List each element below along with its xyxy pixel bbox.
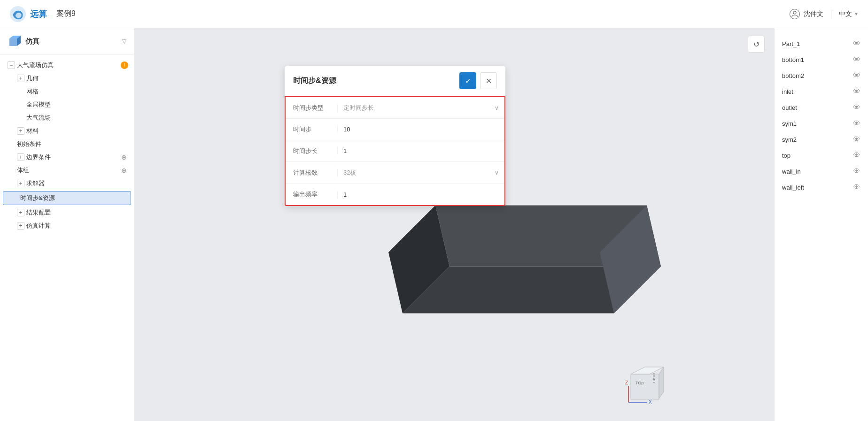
value-output-freq[interactable]: 1 xyxy=(337,191,504,198)
panel-title: 时间步&资源 xyxy=(293,76,336,86)
text-calc-cores: 32核 xyxy=(343,168,356,177)
expand-material[interactable]: + xyxy=(17,127,24,135)
eye-icon-sym1[interactable]: 👁 xyxy=(853,119,860,128)
tree-item-geo[interactable]: + 几何 xyxy=(0,72,134,85)
right-panel-item-top: top 👁 xyxy=(775,147,868,163)
right-label-sym1: sym1 xyxy=(782,120,797,127)
reset-view-button[interactable]: ↺ xyxy=(748,36,765,53)
right-label-part1: Part_1 xyxy=(782,40,800,47)
tree-item-mesh[interactable]: 网格 xyxy=(0,85,134,98)
svg-point-1 xyxy=(793,11,796,14)
confirm-icon: ✓ xyxy=(465,77,471,85)
value-time-step-length[interactable]: 1 xyxy=(337,147,504,154)
label-timestep: 时间步&资源 xyxy=(20,194,125,202)
field-time-step-length: 时间步长 1 xyxy=(286,140,504,162)
expand-atm[interactable]: − xyxy=(8,61,15,69)
logo: 远算 xyxy=(9,6,47,23)
viewport-toolbar: ↺ xyxy=(748,36,765,53)
language-selector[interactable]: 中文 ▼ xyxy=(839,10,859,18)
text-time-step: 10 xyxy=(343,126,350,133)
tree-item-init-cond[interactable]: 初始条件 xyxy=(0,138,134,151)
field-output-freq: 输出频率 1 xyxy=(286,184,504,205)
svg-text:RIGHT: RIGHT xyxy=(652,373,656,384)
svg-marker-8 xyxy=(631,367,664,374)
close-button[interactable]: ✕ xyxy=(480,72,497,89)
value-time-step-type[interactable]: 定时间步长 ∨ xyxy=(337,104,504,112)
right-panel-item-inlet: inlet 👁 xyxy=(775,84,868,100)
logo-text: 远算 xyxy=(30,8,47,20)
sidebar-header-left: 仿真 xyxy=(8,35,39,48)
label-solver: 求解器 xyxy=(26,179,128,188)
label-mesh: 网格 xyxy=(26,87,128,96)
expand-boundary[interactable]: + xyxy=(17,153,24,161)
value-calc-cores[interactable]: 32核 ∨ xyxy=(337,168,504,177)
panel-body: 时间步类型 定时间步长 ∨ 时间步 10 时间步长 xyxy=(285,96,505,206)
right-label-outlet: outlet xyxy=(782,104,797,111)
tree-item-material[interactable]: + 材料 xyxy=(0,124,134,138)
tree-item-atm-flow[interactable]: 大气流场 xyxy=(0,111,134,124)
tree-item-sim-calc[interactable]: + 仿真计算 xyxy=(0,219,134,232)
svg-marker-9 xyxy=(659,367,664,398)
confirm-button[interactable]: ✓ xyxy=(459,72,476,89)
right-panel: Part_1 👁 bottom1 👁 bottom2 👁 inlet 👁 out… xyxy=(774,28,868,421)
right-panel-item-wall-in: wall_in 👁 xyxy=(775,163,868,179)
main-layout: 仿真 ▽ − 大气流场仿真 ! + 几何 网格 全局模型 xyxy=(0,28,868,421)
value-time-step[interactable]: 10 xyxy=(337,126,504,133)
panel-header: 时间步&资源 ✓ ✕ xyxy=(285,66,505,96)
eye-icon-bottom2[interactable]: 👁 xyxy=(853,71,860,80)
tree-item-body-group[interactable]: 体组 ⊕ xyxy=(0,164,134,177)
header-divider xyxy=(831,9,831,19)
label-time-step-length: 时间步长 xyxy=(286,147,337,155)
eye-icon-inlet[interactable]: 👁 xyxy=(853,87,860,96)
right-panel-item-wall-left: wall_left 👁 xyxy=(775,179,868,195)
language-chevron: ▼ xyxy=(854,11,859,16)
right-panel-item-bottom1: bottom1 👁 xyxy=(775,52,868,68)
eye-icon-top[interactable]: 👁 xyxy=(853,151,860,160)
add-body-group-btn[interactable]: ⊕ xyxy=(120,166,128,175)
tree-item-result-config[interactable]: + 结果配置 xyxy=(0,206,134,219)
eye-icon-bottom1[interactable]: 👁 xyxy=(853,55,860,64)
svg-rect-2 xyxy=(9,38,17,46)
logo-icon xyxy=(9,6,26,23)
eye-icon-wall-left[interactable]: 👁 xyxy=(853,183,860,191)
label-time-step-type: 时间步类型 xyxy=(286,104,337,112)
tree-item-timestep[interactable]: 时间步&资源 xyxy=(3,191,131,205)
right-panel-item-sym2: sym2 👁 xyxy=(775,131,868,147)
right-panel-item-bottom2: bottom2 👁 xyxy=(775,68,868,84)
eye-icon-wall-in[interactable]: 👁 xyxy=(853,167,860,176)
sidebar-toggle[interactable]: ▽ xyxy=(122,38,126,45)
expand-sim-calc[interactable]: + xyxy=(17,222,24,230)
label-calc-cores: 计算核数 xyxy=(286,168,337,177)
tree-item-atm[interactable]: − 大气流场仿真 ! xyxy=(0,59,134,72)
eye-icon-part1[interactable]: 👁 xyxy=(853,39,860,48)
field-calc-cores: 计算核数 32核 ∨ xyxy=(286,162,504,184)
svg-text:Z: Z xyxy=(625,380,628,385)
language-label: 中文 xyxy=(839,10,852,18)
expand-solver[interactable]: + xyxy=(17,180,24,187)
reset-icon: ↺ xyxy=(753,40,760,49)
panel-overlay: 时间步&资源 ✓ ✕ 时间步类型 定时间步长 ∨ xyxy=(285,66,505,206)
badge-atm: ! xyxy=(121,61,128,69)
label-result-config: 结果配置 xyxy=(26,208,128,217)
eye-icon-sym2[interactable]: 👁 xyxy=(853,135,860,144)
user-info[interactable]: 沈仲文 xyxy=(790,9,823,19)
right-panel-item-part1: Part_1 👁 xyxy=(775,36,868,52)
user-name: 沈仲文 xyxy=(804,10,823,18)
expand-result-config[interactable]: + xyxy=(17,209,24,216)
sidebar: 仿真 ▽ − 大气流场仿真 ! + 几何 网格 全局模型 xyxy=(0,28,134,421)
label-atm: 大气流场仿真 xyxy=(17,61,118,69)
text-time-step-length: 1 xyxy=(343,147,347,154)
right-label-sym2: sym2 xyxy=(782,136,797,143)
right-label-wall-in: wall_in xyxy=(782,168,801,175)
add-boundary-btn[interactable]: ⊕ xyxy=(120,153,128,161)
label-init-cond: 初始条件 xyxy=(17,140,128,148)
expand-geo[interactable]: + xyxy=(17,75,24,82)
orientation-cube-svg: TOp RIGHT X Z xyxy=(621,360,673,412)
tree-item-boundary[interactable]: + 边界条件 ⊕ xyxy=(0,151,134,164)
eye-icon-outlet[interactable]: 👁 xyxy=(853,103,860,112)
label-body-group: 体组 xyxy=(17,166,118,175)
app-title: 案例9 xyxy=(56,9,76,19)
right-label-wall-left: wall_left xyxy=(782,184,804,191)
tree-item-solver[interactable]: + 求解器 xyxy=(0,177,134,190)
tree-item-global-model[interactable]: 全局模型 xyxy=(0,98,134,111)
